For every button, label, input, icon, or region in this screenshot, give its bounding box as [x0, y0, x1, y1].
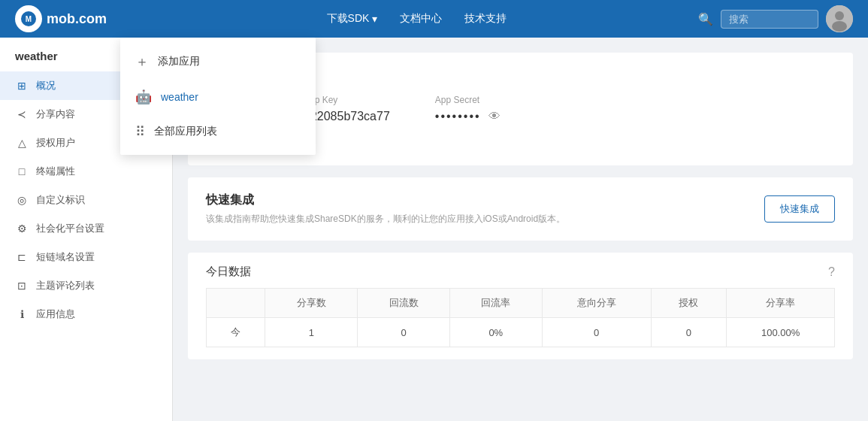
integration-desc: 该集成指南帮助您快速集成ShareSDK的服务，顺利的让您的应用接入iOS或An… — [206, 213, 565, 226]
header: M mob.com 下载SDK ▾ 文档中心 技术支持 🔍 — [0, 0, 868, 38]
app-key-group: App Key 122085b73ca77 — [304, 95, 390, 123]
person-icon: △ — [15, 137, 29, 149]
cell-auth: 0 — [651, 318, 727, 347]
cell-intent-share: 0 — [542, 318, 651, 347]
sidebar-item-short-link[interactable]: ⊏ 短链域名设置 — [0, 243, 172, 271]
sidebar-device-label: 终端属性 — [36, 165, 75, 178]
comment-icon: ⊡ — [15, 280, 29, 292]
integration-card: 快速集成 该集成指南帮助您快速集成ShareSDK的服务，顺利的让您的应用接入i… — [188, 177, 853, 241]
app-keys: App Key 122085b73ca77 App Secret •••••••… — [304, 95, 838, 123]
dropdown-all-label: 全部应用列表 — [154, 125, 217, 138]
cell-return-count: 0 — [358, 318, 450, 347]
sidebar-item-app-info[interactable]: ℹ 应用信息 — [0, 300, 172, 329]
info-icon: ℹ — [15, 308, 29, 320]
app-key-label: App Key — [304, 95, 390, 105]
cell-share-rate: 100.00% — [727, 318, 835, 347]
avatar[interactable] — [826, 5, 853, 32]
integration-title: 快速集成 — [206, 192, 565, 208]
col-empty — [207, 289, 265, 318]
app-secret-label: App Secret — [435, 95, 502, 105]
logo-icon: M — [15, 5, 42, 32]
svg-text:M: M — [26, 15, 32, 23]
sidebar-item-custom-id[interactable]: ◎ 自定义标识 — [0, 186, 172, 214]
grid-icon: ⠿ — [135, 123, 145, 140]
data-header: 今日数据 ? — [206, 265, 835, 279]
logo-text: mob.com — [47, 11, 107, 27]
gear-icon: ⚙ — [15, 223, 29, 235]
search-input[interactable] — [721, 10, 818, 29]
link-icon: ⊏ — [15, 251, 29, 263]
sidebar-overview-label: 概况 — [36, 79, 56, 92]
sidebar-custom-label: 自定义标识 — [36, 193, 85, 207]
dropdown-weather-app[interactable]: 🤖 weather — [120, 80, 316, 114]
col-intent-share: 意向分享 — [542, 289, 651, 318]
nav: 下载SDK ▾ 文档中心 技术支持 — [135, 12, 698, 26]
sidebar-social-label: 社会化平台设置 — [36, 222, 104, 235]
col-share-count: 分享数 — [265, 289, 358, 318]
integration-button[interactable]: 快速集成 — [764, 195, 835, 223]
sidebar-link-label: 短链域名设置 — [36, 250, 95, 264]
app-secret-group: App Secret •••••••• 👁 — [435, 95, 502, 123]
share-icon: ≺ — [15, 108, 29, 120]
data-table: 分享数 回流数 回流率 意向分享 授权 分享率 今 1 0 0% 0 — [206, 288, 835, 347]
svg-point-4 — [832, 21, 847, 32]
grid-small-icon: ⊞ — [15, 80, 29, 92]
table-row: 今 1 0 0% 0 0 100.00% — [207, 318, 835, 347]
location-icon: ◎ — [15, 194, 29, 206]
sidebar-comments-label: 主题评论列表 — [36, 279, 95, 292]
phone-icon: □ — [15, 165, 29, 177]
data-title: 今日数据 — [206, 265, 251, 279]
sidebar-share-label: 分享内容 — [36, 108, 75, 121]
dropdown-add-app[interactable]: ＋ 添加应用 — [120, 44, 316, 80]
col-return-count: 回流数 — [358, 289, 450, 318]
integration-info: 快速集成 该集成指南帮助您快速集成ShareSDK的服务，顺利的让您的应用接入i… — [206, 192, 565, 226]
cell-share-count: 1 — [265, 318, 358, 347]
android-icon: 🤖 — [135, 89, 152, 105]
nav-docs[interactable]: 文档中心 — [400, 12, 442, 26]
add-icon: ＋ — [135, 53, 149, 71]
cell-return-rate: 0% — [449, 318, 542, 347]
help-icon[interactable]: ? — [828, 265, 835, 279]
svg-point-3 — [835, 11, 844, 20]
col-share-rate: 分享率 — [727, 289, 835, 318]
nav-download-sdk[interactable]: 下载SDK ▾ — [327, 12, 378, 26]
app-key-value: 122085b73ca77 — [304, 110, 390, 123]
sidebar-auth-label: 授权用户 — [36, 136, 75, 150]
dropdown-add-label: 添加应用 — [158, 55, 200, 68]
sidebar-item-comments[interactable]: ⊡ 主题评论列表 — [0, 271, 172, 300]
col-return-rate: 回流率 — [449, 289, 542, 318]
row-label: 今 — [207, 318, 265, 347]
dropdown-weather-label: weather — [161, 91, 198, 103]
col-auth: 授权 — [651, 289, 727, 318]
toggle-secret-icon[interactable]: 👁 — [488, 110, 502, 123]
search-area: 🔍 — [698, 5, 853, 32]
dropdown-arrow-icon: ▾ — [372, 13, 377, 25]
nav-support[interactable]: 技术支持 — [464, 12, 507, 26]
sidebar-appinfo-label: 应用信息 — [36, 307, 75, 321]
dropdown-menu: ＋ 添加应用 🤖 weather ⠿ 全部应用列表 — [120, 38, 316, 155]
logo[interactable]: M mob.com — [15, 5, 135, 32]
sidebar-item-social-settings[interactable]: ⚙ 社会化平台设置 — [0, 214, 172, 243]
table-header-row: 分享数 回流数 回流率 意向分享 授权 分享率 — [207, 289, 835, 318]
today-data-card: 今日数据 ? 分享数 回流数 回流率 意向分享 授权 分享率 — [188, 253, 853, 359]
app-secret-value: •••••••• 👁 — [435, 110, 502, 123]
sidebar-item-device-props[interactable]: □ 终端属性 — [0, 157, 172, 186]
dropdown-all-apps[interactable]: ⠿ 全部应用列表 — [120, 114, 316, 149]
search-icon: 🔍 — [698, 12, 713, 26]
